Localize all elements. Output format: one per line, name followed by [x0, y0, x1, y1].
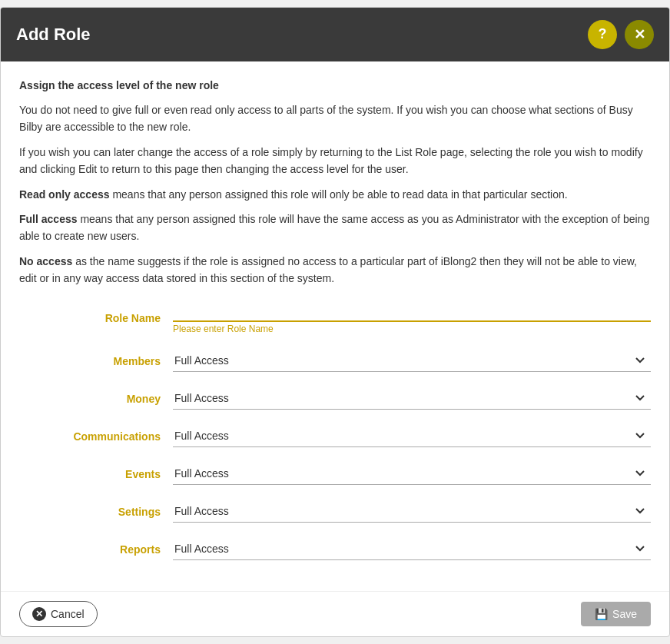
description-para3: Read only access means that any person a…	[19, 186, 651, 203]
select-settings[interactable]: Full AccessRead Only AccessNo Access	[173, 500, 651, 523]
description-section: Assign the access level of the new role …	[19, 77, 651, 287]
help-button[interactable]: ?	[588, 20, 617, 49]
header-buttons: ? ✕	[588, 20, 654, 49]
description-para5-suffix: as the name suggests if the role is assi…	[19, 255, 637, 284]
label-events: Events	[19, 468, 173, 480]
modal-title: Add Role	[16, 25, 91, 45]
modal-footer: ✕ Cancel 💾 Save	[1, 591, 669, 636]
save-label: Save	[612, 608, 637, 620]
label-reports: Reports	[19, 543, 173, 556]
field-row-money: MoneyFull AccessRead Only AccessNo Acces…	[19, 387, 651, 410]
description-para3-suffix: means that any person assigned this role…	[110, 188, 568, 201]
label-members: Members	[19, 355, 173, 367]
cancel-icon: ✕	[32, 607, 46, 621]
select-communications[interactable]: Full AccessRead Only AccessNo Access	[173, 425, 651, 447]
role-name-row: Role Name Please enter Role Name	[19, 302, 651, 334]
select-reports[interactable]: Full AccessRead Only AccessNo Access	[173, 538, 651, 560]
select-money[interactable]: Full AccessRead Only AccessNo Access	[173, 387, 651, 410]
description-heading: Assign the access level of the new role	[19, 79, 219, 91]
description-para4-suffix: means that any person assigned this role…	[19, 213, 649, 242]
close-button[interactable]: ✕	[625, 20, 654, 49]
role-name-input[interactable]	[173, 302, 651, 322]
description-para2: If you wish you can later change the acc…	[19, 144, 651, 178]
field-row-settings: SettingsFull AccessRead Only AccessNo Ac…	[19, 500, 651, 523]
form-section: Role Name Please enter Role Name Members…	[19, 302, 651, 560]
role-name-label: Role Name	[19, 312, 173, 324]
modal-header: Add Role ? ✕	[1, 8, 669, 61]
save-icon: 💾	[595, 608, 608, 620]
label-settings: Settings	[19, 506, 173, 518]
select-events[interactable]: Full AccessRead Only AccessNo Access	[173, 463, 651, 485]
select-members[interactable]: Full AccessRead Only AccessNo Access	[173, 350, 651, 372]
cancel-label: Cancel	[51, 608, 85, 620]
description-para1: You do not need to give full or even rea…	[19, 101, 651, 136]
modal-body: Assign the access level of the new role …	[1, 61, 669, 592]
field-row-members: MembersFull AccessRead Only AccessNo Acc…	[19, 350, 651, 372]
description-para5: No access as the name suggests if the ro…	[19, 253, 651, 287]
field-row-reports: ReportsFull AccessRead Only AccessNo Acc…	[19, 538, 651, 560]
cancel-button[interactable]: ✕ Cancel	[19, 601, 98, 627]
role-name-error: Please enter Role Name	[173, 324, 651, 334]
save-button[interactable]: 💾 Save	[581, 602, 651, 626]
full-access-label: Full access	[19, 213, 78, 225]
no-access-label: No access	[19, 255, 72, 267]
label-communications: Communications	[19, 430, 173, 443]
field-row-communications: CommunicationsFull AccessRead Only Acces…	[19, 425, 651, 447]
label-money: Money	[19, 393, 173, 405]
select-rows-container: MembersFull AccessRead Only AccessNo Acc…	[19, 350, 651, 560]
description-para4: Full access means that any person assign…	[19, 211, 651, 245]
role-name-field-wrapper: Please enter Role Name	[173, 302, 651, 334]
read-only-label: Read only access	[19, 188, 110, 201]
add-role-modal: Add Role ? ✕ Assign the access level of …	[0, 7, 670, 638]
field-row-events: EventsFull AccessRead Only AccessNo Acce…	[19, 463, 651, 485]
